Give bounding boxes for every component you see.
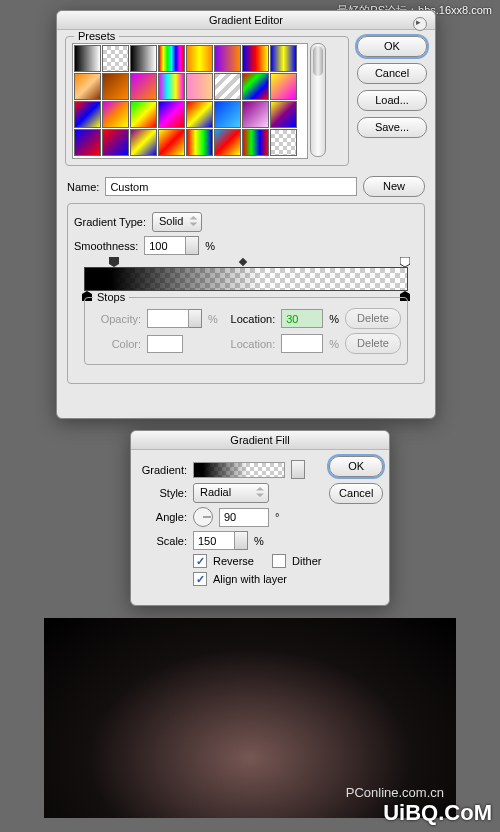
preset-swatch[interactable] — [214, 45, 241, 72]
angle-dial[interactable] — [193, 507, 213, 527]
preset-swatch[interactable] — [214, 73, 241, 100]
preset-swatch[interactable] — [214, 129, 241, 156]
reverse-checkbox[interactable] — [193, 554, 207, 568]
preset-swatch[interactable] — [186, 45, 213, 72]
preset-swatch[interactable] — [270, 129, 297, 156]
preset-swatch[interactable] — [158, 73, 185, 100]
dither-label: Dither — [292, 555, 321, 567]
location1-input[interactable] — [281, 309, 323, 328]
smoothness-stepper[interactable] — [186, 236, 199, 255]
load-button[interactable]: Load... — [357, 90, 427, 111]
preset-swatch[interactable] — [270, 73, 297, 100]
preset-swatch[interactable] — [270, 45, 297, 72]
gradient-bar[interactable] — [84, 267, 408, 291]
preset-swatch[interactable] — [270, 101, 297, 128]
gf-angle-label: Angle: — [137, 511, 187, 523]
smoothness-input[interactable] — [144, 236, 186, 255]
preset-swatch[interactable] — [130, 73, 157, 100]
save-button[interactable]: Save... — [357, 117, 427, 138]
delete-color-stop-button: Delete — [345, 333, 401, 354]
gradient-type-label: Gradient Type: — [74, 216, 146, 228]
preset-swatch[interactable] — [102, 45, 129, 72]
name-input[interactable] — [105, 177, 357, 196]
presets-scrollbar[interactable] — [310, 43, 326, 157]
presets-grid[interactable] — [72, 43, 308, 159]
gf-gradient-label: Gradient: — [137, 464, 187, 476]
dither-checkbox[interactable] — [272, 554, 286, 568]
preset-swatch[interactable] — [214, 101, 241, 128]
cancel-button[interactable]: Cancel — [357, 63, 427, 84]
preset-swatch[interactable] — [74, 73, 101, 100]
degree-label: ° — [275, 511, 279, 523]
svg-marker-1 — [400, 257, 410, 267]
opacity-stop-left[interactable] — [109, 257, 119, 267]
dialog-title: Gradient Editor — [57, 11, 435, 30]
new-button[interactable]: New — [363, 176, 425, 197]
opacity-label: Opacity: — [91, 313, 141, 325]
ok-button[interactable]: OK — [357, 36, 427, 57]
preset-swatch[interactable] — [242, 73, 269, 100]
gradient-dropdown[interactable] — [291, 460, 305, 479]
color-well — [147, 335, 183, 353]
gf-scale-label: Scale: — [137, 535, 187, 547]
reverse-label: Reverse — [213, 555, 254, 567]
flyout-button[interactable] — [413, 17, 427, 31]
stops-label: Stops — [93, 291, 129, 303]
opacity-stepper — [189, 309, 202, 328]
preset-swatch[interactable] — [186, 129, 213, 156]
preset-swatch[interactable] — [74, 45, 101, 72]
color-label: Color: — [91, 338, 141, 350]
scale-stepper[interactable] — [235, 531, 248, 550]
percent-label: % — [205, 240, 215, 252]
svg-marker-0 — [109, 257, 119, 267]
location2-input — [281, 334, 323, 353]
preset-swatch[interactable] — [242, 129, 269, 156]
location1-label: Location: — [231, 313, 276, 325]
location2-label: Location: — [231, 338, 276, 350]
gradient-type-select[interactable]: Solid — [152, 212, 202, 232]
align-label: Align with layer — [213, 573, 287, 585]
name-label: Name: — [67, 181, 99, 193]
preset-swatch[interactable] — [158, 45, 185, 72]
gf-style-label: Style: — [137, 487, 187, 499]
gf-title: Gradient Fill — [131, 431, 389, 450]
preset-swatch[interactable] — [158, 101, 185, 128]
gradient-fill-dialog: Gradient Fill Gradient: Style:Radial Ang… — [130, 430, 390, 606]
delete-opacity-stop-button: Delete — [345, 308, 401, 329]
gf-ok-button[interactable]: OK — [329, 456, 383, 477]
presets-fieldset: Presets — [65, 36, 349, 166]
pconline-watermark: PConline.com.cn — [346, 785, 444, 800]
preset-swatch[interactable] — [74, 101, 101, 128]
preset-swatch[interactable] — [130, 45, 157, 72]
preset-swatch[interactable] — [102, 129, 129, 156]
gradient-preview[interactable] — [193, 462, 285, 478]
preset-swatch[interactable] — [242, 101, 269, 128]
align-checkbox[interactable] — [193, 572, 207, 586]
preset-swatch[interactable] — [130, 129, 157, 156]
smoothness-label: Smoothness: — [74, 240, 138, 252]
preset-swatch[interactable] — [130, 101, 157, 128]
gf-cancel-button[interactable]: Cancel — [329, 483, 383, 504]
opacity-input — [147, 309, 189, 328]
preset-swatch[interactable] — [242, 45, 269, 72]
preset-swatch[interactable] — [158, 129, 185, 156]
scale-input[interactable] — [193, 531, 235, 550]
presets-label: Presets — [74, 30, 119, 42]
gradient-editor-dialog: Gradient Editor Presets OK Cancel Load..… — [56, 10, 436, 419]
preset-swatch[interactable] — [74, 129, 101, 156]
watermark-bottom: UiBQ.CoM — [383, 800, 492, 826]
opacity-stop-right[interactable] — [400, 257, 410, 267]
preset-swatch[interactable] — [102, 73, 129, 100]
midpoint-marker[interactable] — [238, 258, 246, 266]
style-select[interactable]: Radial — [193, 483, 269, 503]
preset-swatch[interactable] — [186, 101, 213, 128]
preset-swatch[interactable] — [102, 101, 129, 128]
result-preview: PConline.com.cn — [44, 618, 456, 818]
angle-input[interactable] — [219, 508, 269, 527]
preset-swatch[interactable] — [186, 73, 213, 100]
